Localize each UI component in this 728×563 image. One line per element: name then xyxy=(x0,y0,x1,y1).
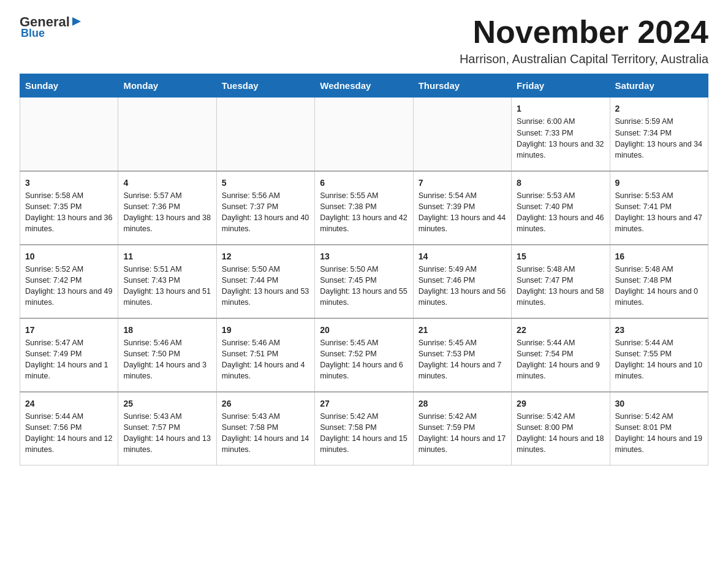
day-info: Sunrise: 5:42 AM xyxy=(419,411,506,422)
day-info: Sunset: 7:58 PM xyxy=(222,422,309,433)
calendar-cell: 25Sunrise: 5:43 AMSunset: 7:57 PMDayligh… xyxy=(118,392,216,465)
day-info: Sunset: 8:00 PM xyxy=(517,422,604,433)
day-info: Daylight: 14 hours and 13 minutes. xyxy=(123,433,211,455)
day-info: Daylight: 13 hours and 44 minutes. xyxy=(419,212,506,234)
calendar-cell: 29Sunrise: 5:42 AMSunset: 8:00 PMDayligh… xyxy=(512,392,610,465)
day-info: Daylight: 13 hours and 36 minutes. xyxy=(25,212,113,234)
day-info: Sunrise: 5:48 AM xyxy=(615,264,703,275)
day-number: 8 xyxy=(517,177,604,189)
calendar-cell: 15Sunrise: 5:48 AMSunset: 7:47 PMDayligh… xyxy=(512,245,610,318)
day-info: Sunrise: 5:51 AM xyxy=(123,264,211,275)
day-number: 4 xyxy=(123,177,211,189)
day-info: Daylight: 13 hours and 40 minutes. xyxy=(222,212,309,234)
day-number: 5 xyxy=(222,177,309,189)
day-number: 7 xyxy=(419,177,506,189)
day-info: Sunset: 7:45 PM xyxy=(320,275,408,286)
calendar-cell xyxy=(216,98,314,171)
weekday-header-thursday: Thursday xyxy=(413,74,511,98)
calendar-cell: 16Sunrise: 5:48 AMSunset: 7:48 PMDayligh… xyxy=(610,245,708,318)
calendar-cell: 22Sunrise: 5:44 AMSunset: 7:54 PMDayligh… xyxy=(512,318,610,392)
day-info: Daylight: 14 hours and 15 minutes. xyxy=(320,433,408,455)
day-info: Sunrise: 5:42 AM xyxy=(517,411,604,422)
day-number: 29 xyxy=(517,397,604,410)
day-info: Sunrise: 5:45 AM xyxy=(320,337,408,348)
calendar-cell: 7Sunrise: 5:54 AMSunset: 7:39 PMDaylight… xyxy=(413,171,511,245)
day-info: Sunset: 7:58 PM xyxy=(320,422,408,433)
day-number: 6 xyxy=(320,177,408,189)
calendar-cell: 24Sunrise: 5:44 AMSunset: 7:56 PMDayligh… xyxy=(20,392,118,465)
calendar-week-row: 1Sunrise: 6:00 AMSunset: 7:33 PMDaylight… xyxy=(20,98,708,171)
calendar-cell: 19Sunrise: 5:46 AMSunset: 7:51 PMDayligh… xyxy=(216,318,314,392)
day-info: Daylight: 14 hours and 10 minutes. xyxy=(615,359,703,381)
calendar-cell: 4Sunrise: 5:57 AMSunset: 7:36 PMDaylight… xyxy=(118,171,216,245)
day-info: Daylight: 14 hours and 17 minutes. xyxy=(419,433,506,455)
day-number: 21 xyxy=(419,324,506,336)
day-number: 17 xyxy=(25,324,113,336)
weekday-header-saturday: Saturday xyxy=(610,74,708,98)
day-number: 30 xyxy=(615,397,703,410)
calendar-week-row: 10Sunrise: 5:52 AMSunset: 7:42 PMDayligh… xyxy=(20,245,708,318)
day-info: Sunrise: 5:46 AM xyxy=(123,337,211,348)
day-info: Sunset: 7:59 PM xyxy=(419,422,506,433)
calendar-cell: 5Sunrise: 5:56 AMSunset: 7:37 PMDaylight… xyxy=(216,171,314,245)
calendar-cell: 20Sunrise: 5:45 AMSunset: 7:52 PMDayligh… xyxy=(315,318,413,392)
calendar-cell: 27Sunrise: 5:42 AMSunset: 7:58 PMDayligh… xyxy=(315,392,413,465)
day-info: Sunset: 7:54 PM xyxy=(517,348,604,359)
day-info: Sunset: 7:57 PM xyxy=(123,422,211,433)
day-info: Daylight: 13 hours and 34 minutes. xyxy=(615,139,703,161)
day-number: 2 xyxy=(615,102,703,115)
day-info: Daylight: 13 hours and 42 minutes. xyxy=(320,212,408,234)
day-info: Sunset: 7:55 PM xyxy=(615,348,703,359)
day-info: Sunset: 7:44 PM xyxy=(222,275,309,286)
day-number: 12 xyxy=(222,250,309,262)
month-year-title: November 2024 xyxy=(460,15,708,50)
day-info: Daylight: 13 hours and 53 minutes. xyxy=(222,286,309,308)
day-info: Daylight: 14 hours and 12 minutes. xyxy=(25,433,113,455)
day-info: Sunset: 7:33 PM xyxy=(517,128,604,139)
day-info: Sunset: 7:53 PM xyxy=(419,348,506,359)
calendar-cell: 13Sunrise: 5:50 AMSunset: 7:45 PMDayligh… xyxy=(315,245,413,318)
calendar-cell: 28Sunrise: 5:42 AMSunset: 7:59 PMDayligh… xyxy=(413,392,511,465)
day-info: Daylight: 13 hours and 49 minutes. xyxy=(25,286,113,308)
calendar-cell: 14Sunrise: 5:49 AMSunset: 7:46 PMDayligh… xyxy=(413,245,511,318)
weekday-header-wednesday: Wednesday xyxy=(315,74,413,98)
day-info: Daylight: 14 hours and 19 minutes. xyxy=(615,433,703,455)
weekday-header-monday: Monday xyxy=(118,74,216,98)
day-info: Sunset: 7:42 PM xyxy=(25,275,113,286)
day-info: Sunset: 7:39 PM xyxy=(419,201,506,212)
weekday-header-tuesday: Tuesday xyxy=(216,74,314,98)
day-info: Daylight: 13 hours and 38 minutes. xyxy=(123,212,211,234)
logo: General Blue xyxy=(20,15,82,40)
day-info: Sunset: 7:40 PM xyxy=(517,201,604,212)
day-info: Daylight: 14 hours and 1 minute. xyxy=(25,359,113,381)
calendar-cell xyxy=(20,98,118,171)
day-info: Sunset: 7:34 PM xyxy=(615,128,703,139)
calendar-cell: 3Sunrise: 5:58 AMSunset: 7:35 PMDaylight… xyxy=(20,171,118,245)
day-info: Sunrise: 5:53 AM xyxy=(615,190,703,201)
day-info: Sunrise: 5:44 AM xyxy=(615,337,703,348)
svg-marker-0 xyxy=(72,17,81,26)
calendar-cell: 1Sunrise: 6:00 AMSunset: 7:33 PMDaylight… xyxy=(512,98,610,171)
day-info: Sunset: 8:01 PM xyxy=(615,422,703,433)
day-number: 13 xyxy=(320,250,408,262)
day-number: 16 xyxy=(615,250,703,262)
day-info: Sunrise: 5:56 AM xyxy=(222,190,309,201)
day-info: Sunrise: 5:47 AM xyxy=(25,337,113,348)
calendar-cell: 12Sunrise: 5:50 AMSunset: 7:44 PMDayligh… xyxy=(216,245,314,318)
day-number: 18 xyxy=(123,324,211,336)
calendar-cell: 23Sunrise: 5:44 AMSunset: 7:55 PMDayligh… xyxy=(610,318,708,392)
day-info: Sunrise: 5:52 AM xyxy=(25,264,113,275)
day-info: Sunset: 7:38 PM xyxy=(320,201,408,212)
day-number: 11 xyxy=(123,250,211,262)
day-info: Sunrise: 5:46 AM xyxy=(222,337,309,348)
day-number: 9 xyxy=(615,177,703,189)
day-number: 26 xyxy=(222,397,309,410)
day-info: Sunset: 7:46 PM xyxy=(419,275,506,286)
day-info: Sunrise: 5:50 AM xyxy=(320,264,408,275)
day-info: Daylight: 14 hours and 0 minutes. xyxy=(615,286,703,308)
calendar-cell: 26Sunrise: 5:43 AMSunset: 7:58 PMDayligh… xyxy=(216,392,314,465)
day-number: 25 xyxy=(123,397,211,410)
day-info: Daylight: 14 hours and 7 minutes. xyxy=(419,359,506,381)
calendar-cell: 8Sunrise: 5:53 AMSunset: 7:40 PMDaylight… xyxy=(512,171,610,245)
day-info: Daylight: 14 hours and 9 minutes. xyxy=(517,359,604,381)
